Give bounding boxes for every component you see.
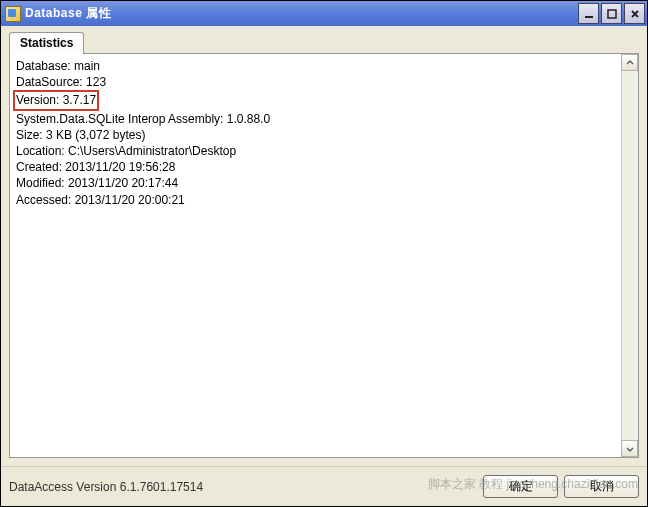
tabs-row: Statistics	[9, 32, 639, 53]
info-accessed: Accessed: 2013/11/20 20:00:21	[16, 192, 632, 208]
info-database: Database: main	[16, 58, 632, 74]
highlight-version: Version: 3.7.17	[13, 90, 99, 110]
footer-buttons: 确定 取消	[483, 475, 639, 498]
minimize-icon	[584, 9, 594, 19]
footer-version-text: DataAccess Version 6.1.7601.17514	[9, 480, 483, 494]
maximize-icon	[607, 9, 617, 19]
info-version: Version: 3.7.17	[16, 93, 96, 107]
info-location: Location: C:\Users\Administrator\Desktop	[16, 143, 632, 159]
scroll-up-button[interactable]	[621, 54, 638, 71]
info-created: Created: 2013/11/20 19:56:28	[16, 159, 632, 175]
chevron-down-icon	[626, 445, 634, 453]
close-button[interactable]	[624, 3, 645, 24]
minimize-button[interactable]	[578, 3, 599, 24]
chevron-up-icon	[626, 59, 634, 67]
info-assembly: System.Data.SQLite Interop Assembly: 1.0…	[16, 111, 632, 127]
svg-rect-1	[608, 10, 616, 18]
statistics-content: Database: main DataSource: 123 Version: …	[10, 54, 638, 212]
ok-button[interactable]: 确定	[483, 475, 558, 498]
info-modified: Modified: 2013/11/20 20:17:44	[16, 175, 632, 191]
svg-rect-0	[585, 16, 593, 18]
dialog-footer: DataAccess Version 6.1.7601.17514 确定 取消	[1, 466, 647, 506]
tab-panel: Database: main DataSource: 123 Version: …	[9, 53, 639, 458]
close-icon	[630, 9, 640, 19]
tab-statistics[interactable]: Statistics	[9, 32, 84, 54]
database-icon	[5, 6, 21, 22]
scroll-down-button[interactable]	[621, 440, 638, 457]
client-area: Statistics Database: main DataSource: 12…	[1, 26, 647, 466]
vertical-scrollbar[interactable]	[621, 54, 638, 457]
cancel-button[interactable]: 取消	[564, 475, 639, 498]
titlebar[interactable]: Database 属性	[1, 1, 647, 26]
window-title: Database 属性	[25, 5, 578, 22]
maximize-button[interactable]	[601, 3, 622, 24]
window-controls	[578, 3, 645, 24]
dialog-window: Database 属性 Statistics Database: main Da…	[0, 0, 648, 507]
info-size: Size: 3 KB (3,072 bytes)	[16, 127, 632, 143]
info-datasource: DataSource: 123	[16, 74, 632, 90]
